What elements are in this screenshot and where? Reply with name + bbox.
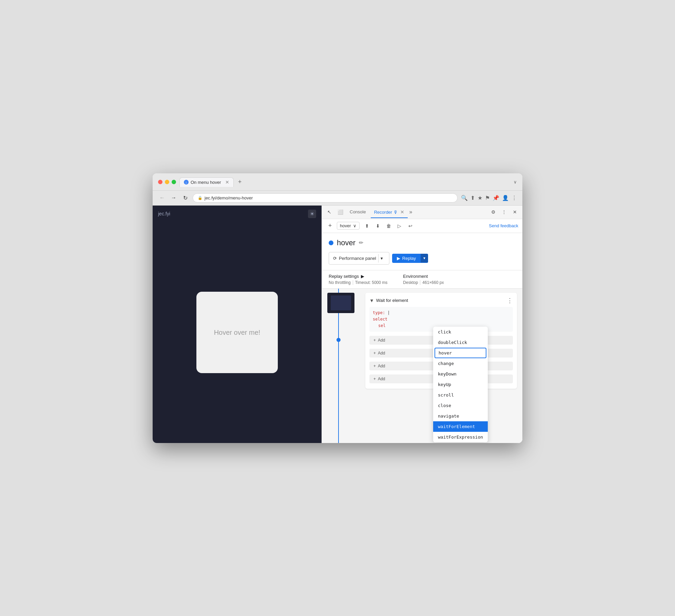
forward-button[interactable]: → [170, 195, 178, 201]
timeout-value: Timeout: 5000 ms [353, 280, 390, 285]
tab-favicon: j [184, 180, 189, 185]
devtools-menu-button[interactable]: ⋮ [499, 207, 509, 217]
replay-label: Replay [402, 256, 416, 261]
import-button[interactable]: ⬇ [373, 221, 383, 231]
export-button[interactable]: ⬆ [362, 221, 372, 231]
profile-icon[interactable]: 👤 [502, 195, 509, 201]
theme-toggle-button[interactable]: ☀ [308, 210, 316, 218]
traffic-lights [158, 180, 176, 184]
device-toggle-button[interactable]: ⬜ [335, 207, 345, 217]
close-window-button[interactable] [158, 180, 162, 184]
new-tab-button[interactable]: + [235, 177, 245, 187]
address-bar-actions: 🔍 ⬆ ★ ⚑ 📌 👤 ⋮ [461, 195, 517, 201]
recorder-main: hover ✏ ⟳ Performance panel ▾ ▶ Replay [322, 233, 522, 270]
selected-recording-name: hover [340, 223, 351, 228]
dropdown-item-doubleclick[interactable]: doubleClick [433, 337, 488, 348]
replay-button[interactable]: ▶ Replay ▾ [392, 254, 428, 263]
browser-tab-active[interactable]: j On menu hover ✕ [179, 177, 234, 187]
dropdown-item-keyup[interactable]: keyUp [433, 379, 488, 390]
extensions-icon[interactable]: ⚑ [485, 195, 490, 201]
perf-panel-dropdown[interactable]: ▾ [378, 254, 385, 263]
replay-settings-label[interactable]: Replay settings ▶ [329, 274, 389, 279]
url-bar[interactable]: 🔒 jec.fyi/demo/menu-hover [193, 193, 458, 203]
dropdown-item-click[interactable]: click [433, 327, 488, 337]
tab-title: On menu hover [191, 180, 221, 185]
dropdown-item-scroll[interactable]: scroll [433, 390, 488, 400]
dropdown-item-close[interactable]: close [433, 400, 488, 411]
recording-dropdown-arrow: ∨ [353, 223, 356, 228]
edit-recording-name-button[interactable]: ✏ [359, 239, 363, 246]
window-collapse-button[interactable]: ∨ [514, 179, 517, 185]
tab-close-button[interactable]: ✕ [225, 180, 229, 185]
undo-button[interactable]: ↩ [406, 221, 415, 231]
recording-status-dot [329, 240, 333, 245]
step-dot [336, 338, 341, 342]
tab-recorder[interactable]: Recorder 🎙 ✕ [371, 207, 408, 218]
replay-settings-values: No throttling Timeout: 5000 ms [329, 280, 389, 285]
type-value: | [387, 310, 390, 315]
browser-window: j On menu hover ✕ + ∨ ← → ↻ 🔒 jec.fyi/de… [153, 173, 522, 443]
performance-panel-button[interactable]: ⟳ Performance panel ▾ [329, 252, 389, 265]
type-key: type: [373, 310, 385, 315]
step-header: ▼ Wait for element ⋮ [369, 297, 513, 304]
add-recording-button[interactable]: + [326, 222, 334, 230]
replay-settings-section: Replay settings ▶ No throttling Timeout:… [329, 274, 389, 285]
recording-actions: ⬆ ⬇ 🗑 ▷ ↩ [362, 221, 415, 231]
dropdown-item-navigate[interactable]: navigate [433, 411, 488, 421]
title-bar: j On menu hover ✕ + ∨ [153, 173, 522, 191]
search-icon[interactable]: 🔍 [461, 195, 468, 201]
steps-area: ▼ Wait for element ⋮ type: | select [322, 289, 522, 443]
dropdown-item-keydown[interactable]: keyDown [433, 369, 488, 379]
minimize-window-button[interactable] [165, 180, 169, 184]
tab-console[interactable]: Console [346, 207, 369, 218]
replay-main-button[interactable]: ▶ Replay [392, 254, 421, 263]
dropdown-item-hover[interactable]: hover [435, 348, 486, 358]
resolution-value: 461×660 px [420, 280, 446, 285]
devtools-close-button[interactable]: ✕ [510, 207, 520, 217]
replay-play-icon: ▶ [397, 256, 400, 261]
main-content: jec.fyi ☀ Hover over me! ↖ ⬜ Console Rec… [153, 206, 522, 443]
recording-selector[interactable]: hover ∨ [337, 222, 360, 230]
perf-panel-icon: ⟳ [333, 256, 337, 261]
maximize-window-button[interactable] [172, 180, 176, 184]
bookmark-icon[interactable]: ★ [478, 195, 482, 201]
pin-icon[interactable]: 📌 [493, 195, 499, 201]
hover-card-text: Hover over me! [214, 329, 261, 336]
hover-card[interactable]: Hover over me! [196, 292, 278, 373]
more-options-icon[interactable]: ⋮ [512, 195, 517, 201]
recorder-title-row: hover ✏ [329, 238, 516, 247]
webpage-content: Hover over me! [153, 222, 322, 443]
url-text: jec.fyi/demo/menu-hover [205, 195, 253, 200]
run-button[interactable]: ▷ [395, 221, 404, 231]
sel-key: sel [378, 323, 386, 328]
dropdown-item-change[interactable]: change [433, 358, 488, 369]
replay-settings-arrow: ▶ [361, 274, 364, 279]
settings-row: Replay settings ▶ No throttling Timeout:… [322, 270, 522, 289]
step-thumbnail [327, 293, 354, 313]
dropdown-item-waitforelement[interactable]: waitForElement [433, 421, 488, 432]
recording-name: hover [337, 238, 355, 247]
type-dropdown: click doubleClick hover change keyDown k… [433, 327, 488, 442]
devtools-toolbar: ↖ ⬜ Console Recorder 🎙 ✕ » ⚙ ⋮ ✕ [322, 206, 522, 219]
devtools-actions: ⚙ ⋮ ✕ [488, 207, 520, 217]
share-icon[interactable]: ⬆ [470, 195, 475, 201]
recorder-tab-close[interactable]: ✕ [400, 209, 404, 215]
lock-icon: 🔒 [198, 196, 203, 200]
tab-bar: j On menu hover ✕ + [179, 177, 510, 187]
devtools-settings-button[interactable]: ⚙ [488, 207, 498, 217]
element-picker-button[interactable]: ↖ [325, 207, 334, 217]
back-button[interactable]: ← [158, 195, 166, 201]
environment-values: Desktop 461×660 px [403, 280, 446, 285]
webpage-logo: jec.fyi [158, 211, 170, 216]
webpage-panel: jec.fyi ☀ Hover over me! [153, 206, 322, 443]
dropdown-item-waitforexpression[interactable]: waitForExpression [433, 432, 488, 442]
step-expand-button[interactable]: ▼ [369, 298, 374, 303]
replay-dropdown-button[interactable]: ▾ [421, 254, 428, 263]
step-content-wait-for-element: ▼ Wait for element ⋮ type: | select [365, 293, 517, 389]
environment-label: Environment [403, 274, 446, 279]
step-menu-button[interactable]: ⋮ [507, 297, 513, 304]
send-feedback-link[interactable]: Send feedback [489, 223, 518, 228]
more-tabs-button[interactable]: » [409, 209, 412, 215]
delete-button[interactable]: 🗑 [384, 221, 393, 231]
refresh-button[interactable]: ↻ [181, 195, 189, 201]
